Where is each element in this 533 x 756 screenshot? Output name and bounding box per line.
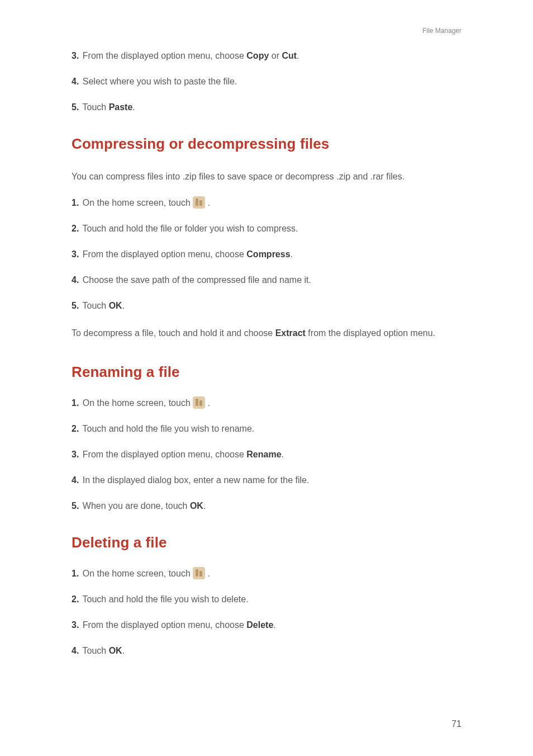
step-text: .: [122, 646, 125, 655]
label-compress: Compress: [246, 249, 290, 259]
step-text: On the home screen, touch: [83, 398, 193, 408]
step-number: 3.: [72, 450, 79, 459]
step-row: 2. Touch and hold the file you wish to d…: [72, 593, 461, 606]
step-number: 3.: [72, 249, 79, 259]
step-row: 2. Touch and hold the file or folder you…: [72, 222, 461, 235]
step-row: 2. Touch and hold the file you wish to r…: [72, 422, 461, 436]
file-manager-icon: [193, 567, 205, 579]
step-text: From the displayed option menu, choose: [83, 249, 247, 259]
step-text: .: [282, 450, 284, 459]
step-text: From the displayed option menu, choose: [83, 620, 247, 630]
step-text: .: [291, 249, 293, 259]
text-run: To decompress a file, touch and hold it …: [72, 328, 275, 338]
label-ok: OK: [109, 646, 122, 655]
label-copy: Copy: [246, 51, 269, 60]
step-text: Touch: [83, 102, 109, 112]
label-extract: Extract: [275, 328, 306, 338]
page-number: 71: [451, 719, 461, 729]
step-text: Touch and hold the file you wish to rena…: [83, 424, 255, 433]
step-number: 4.: [72, 646, 79, 655]
step-text: On the home screen, touch: [83, 198, 193, 207]
step-number: 1.: [72, 569, 79, 578]
step-text: .: [205, 398, 210, 408]
step-number: 5.: [72, 501, 79, 511]
label-paste: Paste: [109, 102, 133, 112]
step-row: 3. From the displayed option menu, choos…: [72, 618, 461, 632]
step-row: 3. From the displayed option menu, choos…: [72, 448, 461, 461]
step-row: 5. Touch OK.: [72, 299, 461, 313]
step-number: 5.: [72, 102, 79, 112]
step-text: When you are done, touch: [83, 501, 190, 511]
step-row: 4. Choose the save path of the compresse…: [72, 273, 461, 287]
step-text: In the displayed dialog box, enter a new…: [83, 475, 310, 485]
label-rename: Rename: [246, 450, 281, 459]
label-delete: Delete: [246, 620, 273, 630]
step-text: On the home screen, touch: [83, 569, 193, 578]
step-row: 4. Select where you wish to paste the fi…: [72, 75, 461, 88]
step-row: 3. From the displayed option menu, choos…: [72, 248, 461, 261]
step-number: 1.: [72, 198, 79, 207]
step-text: Touch and hold the file or folder you wi…: [83, 224, 298, 233]
header-section-label: File Manager: [72, 27, 461, 35]
step-text: or: [269, 51, 282, 60]
step-text: .: [297, 51, 299, 60]
heading-deleting: Deleting a file: [72, 534, 461, 551]
step-text: .: [122, 301, 125, 310]
step-text: Choose the save path of the compressed f…: [83, 275, 311, 285]
step-number: 4.: [72, 77, 79, 86]
step-number: 4.: [72, 275, 79, 285]
file-manager-icon: [193, 196, 205, 209]
step-text: From the displayed option menu, choose: [83, 51, 247, 60]
step-text: .: [205, 569, 210, 578]
step-number: 4.: [72, 475, 79, 485]
heading-renaming: Renaming a file: [72, 363, 461, 381]
heading-compressing: Compressing or decompressing files: [72, 135, 461, 153]
paragraph: You can compress files into .zip files t…: [72, 168, 461, 185]
step-number: 2.: [72, 594, 79, 604]
step-row: 1. On the home screen, touch .: [72, 396, 461, 410]
step-text: .: [205, 198, 210, 207]
step-row: 5. When you are done, touch OK.: [72, 499, 461, 513]
label-cut: Cut: [282, 51, 297, 60]
step-row: 5. Touch Paste.: [72, 101, 461, 114]
step-number: 3.: [72, 51, 79, 60]
page-body: File Manager 3. From the displayed optio…: [0, 0, 533, 658]
step-text: Touch: [83, 301, 109, 310]
step-text: From the displayed option menu, choose: [83, 450, 247, 459]
step-row: 3. From the displayed option menu, choos…: [72, 49, 461, 63]
step-number: 2.: [72, 224, 79, 233]
step-number: 1.: [72, 398, 79, 408]
step-number: 2.: [72, 424, 79, 433]
step-text: Touch: [83, 646, 109, 655]
file-manager-icon: [193, 396, 205, 409]
step-number: 3.: [72, 620, 79, 630]
step-row: 1. On the home screen, touch .: [72, 196, 461, 210]
step-text: Select where you wish to paste the file.: [83, 77, 237, 86]
step-row: 1. On the home screen, touch .: [72, 567, 461, 580]
label-ok: OK: [109, 301, 122, 310]
step-text: Touch and hold the file you wish to dele…: [83, 594, 249, 604]
step-number: 5.: [72, 301, 79, 310]
step-text: .: [273, 620, 275, 630]
step-text: .: [203, 501, 206, 511]
text-run: from the displayed option menu.: [306, 328, 435, 338]
paragraph: To decompress a file, touch and hold it …: [72, 325, 461, 342]
step-row: 4. Touch OK.: [72, 644, 461, 658]
step-row: 4. In the displayed dialog box, enter a …: [72, 474, 461, 487]
label-ok: OK: [190, 501, 203, 511]
step-text: .: [132, 102, 135, 112]
